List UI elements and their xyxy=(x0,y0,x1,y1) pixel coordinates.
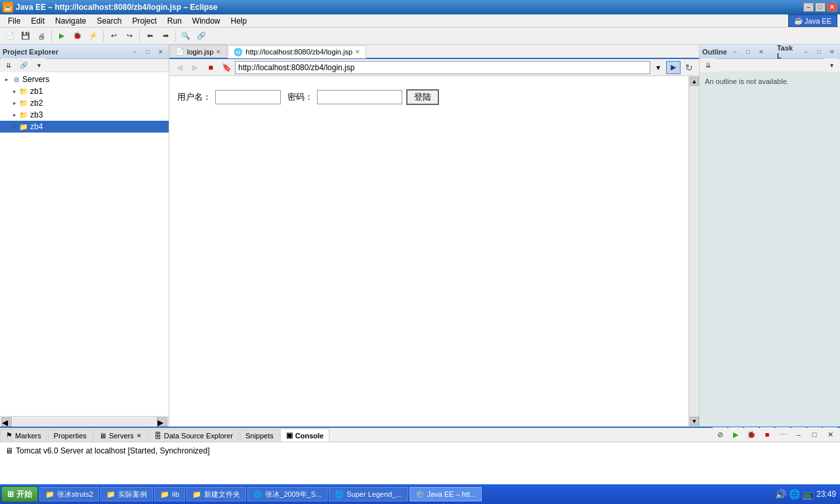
outline-minimize[interactable]: – xyxy=(730,47,740,56)
maximize-button[interactable]: □ xyxy=(815,3,826,12)
expand-zb2-icon[interactable]: ▸ xyxy=(10,99,18,107)
taskbar-item-eclipse[interactable]: ⚙️ Java EE – htt... xyxy=(410,487,482,501)
perspective-button[interactable]: ☕ Java EE xyxy=(788,14,837,27)
debug-button[interactable]: 🐞 xyxy=(70,29,85,43)
tab-label: login.jsp xyxy=(187,48,213,56)
taskbar-item-struts2[interactable]: 📁 张冰struts2 xyxy=(39,487,99,501)
network-icon[interactable]: 🌐 xyxy=(789,489,800,499)
taskbar-item-lib[interactable]: 📁 lib xyxy=(154,487,185,501)
scroll-down-btn[interactable]: ▼ xyxy=(690,417,699,426)
browser-scrollbar-v[interactable]: ▲ ▼ xyxy=(688,76,699,427)
windows-icon: ⊞ xyxy=(7,490,14,499)
login-button[interactable]: 登陆 xyxy=(406,89,439,105)
scroll-up-btn[interactable]: ▲ xyxy=(690,77,699,86)
outline-close[interactable]: ✕ xyxy=(756,47,766,56)
tasklist-minimize[interactable]: – xyxy=(801,47,811,56)
tree-item-zb1[interactable]: ▸ 📁 zb1 xyxy=(0,85,169,97)
tab-properties[interactable]: Properties xyxy=(48,429,93,442)
close-button[interactable]: ✕ xyxy=(827,3,837,12)
external-tools-button[interactable]: ⚡ xyxy=(86,29,100,43)
menu-navigate[interactable]: Navigate xyxy=(50,15,91,27)
tasklist-close[interactable]: ✕ xyxy=(827,47,837,56)
tab-console[interactable]: ▣ Console xyxy=(280,429,329,442)
collapse-all-button[interactable]: ⇊ xyxy=(1,58,16,73)
go-button[interactable]: ▶ xyxy=(666,61,681,74)
new-button[interactable]: 📄 xyxy=(3,29,17,43)
scroll-left-btn[interactable]: ◀ xyxy=(1,417,12,427)
taskbar-item-browser1[interactable]: 🌐 张冰_2009年_S... xyxy=(247,487,327,501)
menu-edit[interactable]: Edit xyxy=(26,15,50,27)
volume-icon[interactable]: 🔊 xyxy=(775,489,786,499)
tab-servers[interactable]: 🖥 Servers ✕ xyxy=(93,429,148,442)
project-explorer-maximize[interactable]: □ xyxy=(142,47,153,56)
tab-browser[interactable]: 🌐 http://localhost:8080/zb4/login.jsp ✕ xyxy=(228,45,366,58)
run-button[interactable]: ▶ xyxy=(54,29,69,43)
expand-servers-icon[interactable]: ▸ xyxy=(3,75,10,83)
back-button[interactable]: ◀ xyxy=(172,61,186,74)
view-menu-button[interactable]: ▾ xyxy=(32,58,46,73)
console-clear-btn[interactable]: ⊘ xyxy=(713,427,727,442)
print-button[interactable]: 🖨 xyxy=(34,29,49,43)
stop-button[interactable]: ■ xyxy=(203,61,218,74)
outline-maximize[interactable]: □ xyxy=(743,47,753,56)
password-input[interactable] xyxy=(317,90,402,104)
tab-markers[interactable]: ⚑ Markers xyxy=(0,429,47,442)
menu-run[interactable]: Run xyxy=(162,15,187,27)
expand-zb3-icon[interactable]: ▸ xyxy=(10,111,18,119)
markers-label: Markers xyxy=(15,432,41,440)
console-debug-btn[interactable]: 🐞 xyxy=(744,427,759,442)
start-button[interactable]: ⊞ 开始 xyxy=(1,486,38,502)
scroll-right-btn[interactable]: ▶ xyxy=(157,417,167,427)
taskbar-item-browser2[interactable]: 🌐 Super Legend_... xyxy=(329,487,408,501)
undo-button[interactable]: ↩ xyxy=(106,29,121,43)
console-run-btn[interactable]: ▶ xyxy=(728,427,743,442)
menu-project[interactable]: Project xyxy=(127,15,161,27)
taskbar-item-cases[interactable]: 📁 实际案例 xyxy=(100,487,153,501)
console-stop-btn[interactable]: ■ xyxy=(760,427,774,442)
tab-browser-close-btn[interactable]: ✕ xyxy=(355,49,360,55)
console-maximize[interactable]: □ xyxy=(807,427,822,442)
tree-item-zb2[interactable]: ▸ 📁 zb2 xyxy=(0,97,169,109)
console-minimize[interactable]: – xyxy=(791,427,806,442)
taskbar-item-newfolder[interactable]: 📁 新建文件夹 xyxy=(186,487,246,501)
url-dropdown-btn[interactable]: ▾ xyxy=(652,63,665,72)
tasklist-maximize[interactable]: □ xyxy=(814,47,824,56)
references-button[interactable]: 🔗 xyxy=(194,29,209,43)
zb2-icon: 📁 xyxy=(18,98,29,108)
project-explorer-close[interactable]: ✕ xyxy=(156,47,166,56)
bookmark-button[interactable]: 🔖 xyxy=(219,61,234,74)
username-input[interactable] xyxy=(215,90,281,104)
outline-toolbar-right: ▾ xyxy=(824,58,839,73)
minimize-button[interactable]: – xyxy=(803,3,814,12)
menu-search[interactable]: Search xyxy=(91,15,127,27)
forward-button[interactable]: ▶ xyxy=(188,61,202,74)
expand-zb1-icon[interactable]: ▸ xyxy=(10,87,18,95)
left-panel-scrollbar[interactable]: ◀ ▶ xyxy=(0,416,169,427)
nav-forward-button[interactable]: ➡ xyxy=(158,29,173,43)
console-settings-btn[interactable]: ⋯ xyxy=(776,427,790,442)
nav-history-button[interactable]: ⬅ xyxy=(142,29,157,43)
project-explorer-minimize[interactable]: – xyxy=(129,47,140,56)
tree-item-servers[interactable]: ▸ 🖥 Servers xyxy=(0,74,169,85)
url-bar[interactable] xyxy=(235,61,650,74)
save-button[interactable]: 💾 xyxy=(18,29,33,43)
servers-tab-close[interactable]: ✕ xyxy=(136,432,142,439)
expand-zb4-icon[interactable]: ▸ xyxy=(10,123,18,131)
tab-snippets[interactable]: Snippets xyxy=(240,429,280,442)
tree-item-zb3[interactable]: ▸ 📁 zb3 xyxy=(0,109,169,121)
search-button[interactable]: 🔍 xyxy=(178,29,193,43)
tab-login-jsp[interactable]: 📄 login.jsp ✕ xyxy=(169,45,227,58)
outline-view-menu[interactable]: ▾ xyxy=(824,58,839,73)
monitor-icon[interactable]: 📺 xyxy=(803,489,814,499)
tab-datasource[interactable]: 🗄 Data Source Explorer xyxy=(148,429,239,442)
console-close[interactable]: ✕ xyxy=(823,427,837,442)
refresh-button[interactable]: ↻ xyxy=(682,61,696,74)
menu-file[interactable]: File xyxy=(3,15,26,27)
menu-help[interactable]: Help xyxy=(226,15,253,27)
outline-collapse-btn[interactable]: ⇊ xyxy=(701,58,715,73)
link-editor-button[interactable]: 🔗 xyxy=(16,58,31,73)
redo-button[interactable]: ↪ xyxy=(122,29,136,43)
tab-close-btn[interactable]: ✕ xyxy=(216,49,221,55)
tree-item-zb4[interactable]: ▸ 📁 zb4 xyxy=(0,121,169,133)
menu-window[interactable]: Window xyxy=(187,15,226,27)
